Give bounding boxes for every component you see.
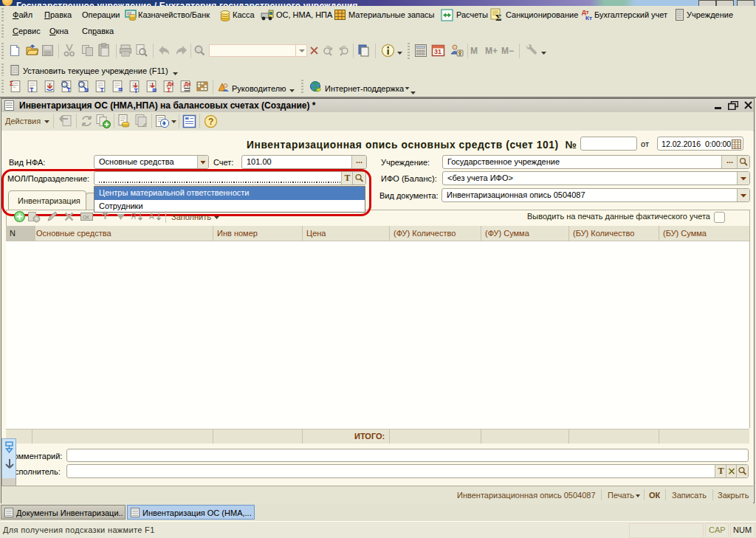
svg-text:?: ?	[208, 117, 213, 127]
svg-text:Дк: Дк	[184, 80, 190, 87]
svg-text:Σ: Σ	[167, 86, 171, 93]
svg-text:T: T	[100, 86, 104, 93]
svg-text:А: А	[149, 213, 154, 221]
svg-text:Σ: Σ	[495, 12, 502, 21]
svg-text:Σ: Σ	[10, 80, 13, 87]
svg-text:T: T	[134, 87, 138, 93]
svg-text:T: T	[30, 86, 34, 93]
svg-text:OK: OK	[83, 215, 90, 220]
svg-text:T: T	[67, 86, 72, 93]
svg-text:31: 31	[434, 48, 441, 55]
svg-text:Я: Я	[131, 213, 136, 221]
svg-text:Кт: Кт	[585, 15, 592, 21]
